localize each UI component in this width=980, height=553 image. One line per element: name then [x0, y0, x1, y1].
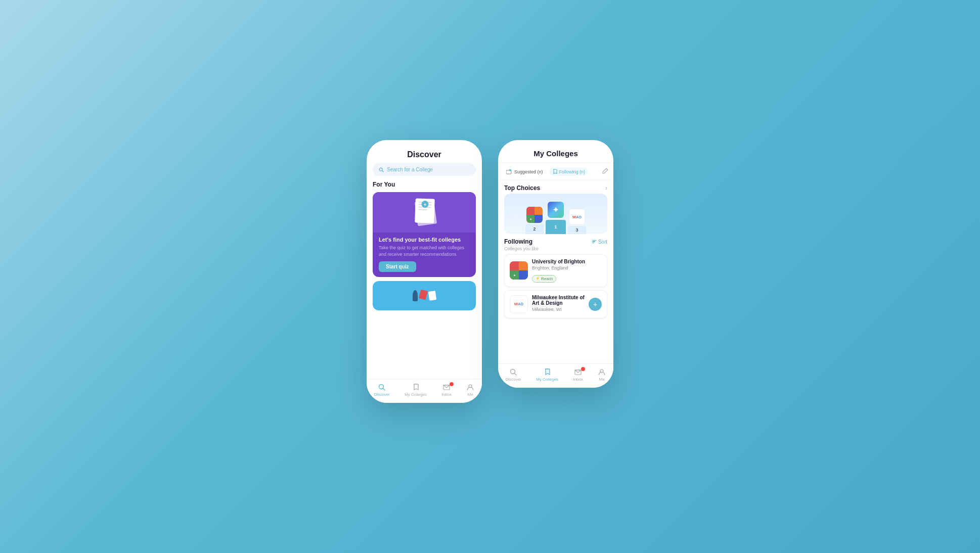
podium-rank-1: ✦ 1	[546, 202, 566, 234]
svg-line-3	[383, 389, 385, 391]
discover-header: Discover	[367, 140, 482, 163]
reach-label: Reach	[541, 276, 553, 281]
my-colleges-header: My Colleges	[498, 140, 613, 163]
brighton-college-info: University of Brighton Brighton, England…	[532, 259, 602, 283]
reach-icon: ⚡	[536, 276, 540, 281]
podium-area: ✦ 2 ✦ 1 MI AD	[504, 194, 607, 234]
svg-point-7	[509, 169, 511, 171]
sort-label: Sort	[598, 239, 607, 245]
following-tab-label: Following (n)	[559, 169, 586, 174]
my-colleges-title: My Colleges	[506, 149, 605, 158]
miad-logo-bottom: AD	[518, 302, 523, 306]
nav-inbox-label: Inbox	[441, 392, 452, 397]
discover-title: Discover	[375, 150, 474, 159]
top-choices-arrow-icon[interactable]: ›	[605, 185, 607, 192]
podium-block-2: 2	[525, 224, 544, 234]
for-you-section: For You +	[367, 181, 482, 379]
top-choices-title: Top Choices	[504, 185, 540, 192]
nav-inbox[interactable]: Inbox	[441, 383, 452, 397]
sort-arrows-icon	[592, 240, 596, 244]
figure-paper-white	[428, 291, 436, 301]
bottom-nav-discover: Discover My Colleges Inbox	[367, 379, 482, 403]
podium-logo-1: ✦	[548, 202, 564, 218]
nav-inbox-right[interactable]: Inbox	[573, 368, 583, 382]
second-card[interactable]	[373, 281, 476, 310]
podium-logo-2: ✦	[526, 207, 543, 223]
following-section-header: Following Sort	[498, 234, 613, 246]
brighton-logo-grid: ✦	[510, 261, 528, 280]
podium-block-1: 1	[546, 220, 566, 234]
brighton-college-name: University of Brighton	[532, 259, 602, 264]
top-choices-section-header: Top Choices ›	[498, 180, 613, 194]
me-nav-icon-right	[598, 368, 606, 376]
suggested-tab-label: Suggested (n)	[514, 169, 543, 174]
search-bar[interactable]: Search for a College	[373, 163, 476, 176]
college-card-brighton[interactable]: ✦ University of Brighton Brighton, Engla…	[504, 254, 607, 287]
tab-suggested[interactable]: Suggested (n)	[503, 168, 546, 176]
quiz-card-content: Let's find your best-fit colleges Take t…	[373, 233, 476, 277]
figure-person	[413, 290, 418, 301]
quiz-illustration: +	[373, 192, 476, 233]
phone-my-colleges: My Colleges Suggested (n) Following (n)	[498, 140, 613, 388]
nav-discover[interactable]: Discover	[374, 383, 390, 397]
paper-illustration: +	[409, 195, 439, 230]
podium-rank-3: MI AD 3	[568, 209, 586, 234]
nav-my-colleges-label-right: My Colleges	[536, 377, 558, 382]
nav-discover-label: Discover	[374, 392, 390, 397]
svg-line-9	[515, 374, 517, 376]
figure-paper-red	[419, 290, 428, 300]
podium-logo-3: MI AD	[569, 209, 585, 225]
my-colleges-nav-icon-right	[543, 368, 551, 376]
podium-rank-2: ✦ 2	[525, 207, 544, 234]
search-placeholder-text[interactable]: Search for a College	[387, 167, 433, 172]
nav-my-colleges[interactable]: My Colleges	[405, 383, 427, 397]
following-tab-icon	[552, 169, 557, 174]
nav-discover-label-right: Discover	[506, 377, 521, 382]
college-card-miad[interactable]: MI AD Milwaukee Institute of Art & Desig…	[504, 290, 607, 318]
brighton-q3: ✦	[526, 215, 534, 223]
brighton-college-location: Brighton, England	[532, 265, 602, 270]
quiz-card[interactable]: + Let's find your best-fit c	[373, 192, 476, 277]
brighton-q1	[526, 207, 534, 215]
nav-inbox-label-right: Inbox	[573, 377, 583, 382]
nav-me[interactable]: Me	[466, 383, 474, 397]
search-icon	[379, 167, 384, 172]
sort-button[interactable]: Sort	[592, 239, 607, 245]
miad-college-location: Milwaukee, WI	[532, 307, 585, 312]
miad-college-logo: MI AD	[510, 295, 528, 313]
podium-block-3: 3	[568, 226, 586, 234]
discover-nav-icon	[378, 383, 386, 391]
discover-screen: Discover Search for a College For You	[367, 140, 482, 403]
my-colleges-nav-icon	[412, 383, 420, 391]
add-college-button[interactable]: +	[589, 298, 602, 311]
brighton-q4	[534, 215, 543, 223]
nav-me-label: Me	[468, 392, 473, 397]
reach-badge: ⚡ Reach	[532, 275, 556, 283]
tab-following[interactable]: Following (n)	[549, 167, 589, 176]
svg-line-1	[382, 170, 384, 172]
colleges-you-like: Colleges you like	[498, 246, 613, 254]
start-quiz-button[interactable]: Start quiz	[379, 261, 416, 272]
brighton-q2	[534, 207, 543, 215]
suggested-tab-icon	[506, 169, 512, 174]
discover-nav-icon-right	[509, 368, 517, 376]
nav-my-colleges-label: My Colleges	[405, 392, 427, 397]
following-title: Following	[504, 238, 532, 245]
edit-icon[interactable]	[602, 168, 608, 175]
nav-discover-right[interactable]: Discover	[506, 368, 521, 382]
nav-me-right[interactable]: Me	[598, 368, 606, 382]
miad-logo-top: MI	[514, 302, 518, 306]
brighton-logo: ✦	[526, 207, 543, 223]
me-nav-icon	[466, 383, 474, 391]
phone-discover: Discover Search for a College For You	[367, 140, 482, 403]
edit-pencil-icon	[602, 168, 608, 174]
phones-container: Discover Search for a College For You	[367, 140, 613, 403]
nav-my-colleges-right[interactable]: My Colleges	[536, 368, 558, 382]
nav-me-label-right: Me	[599, 377, 605, 382]
my-colleges-screen: My Colleges Suggested (n) Following (n)	[498, 140, 613, 388]
miad-college-name: Milwaukee Institute of Art & Design	[532, 295, 585, 306]
tabs-row: Suggested (n) Following (n)	[498, 163, 613, 180]
quiz-description: Take the quiz to get matched with colleg…	[379, 245, 470, 257]
miad-college-info: Milwaukee Institute of Art & Design Milw…	[532, 295, 585, 314]
bottom-nav-my-colleges: Discover My Colleges Inbox	[498, 363, 613, 388]
